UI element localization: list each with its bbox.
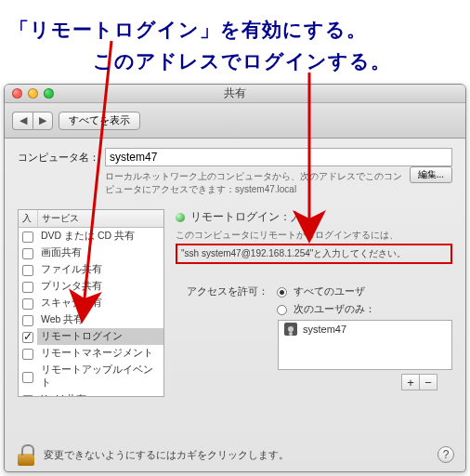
- status-dot-icon: [176, 213, 185, 222]
- annotation-enable: 「リモートログイン」を有効にする。: [9, 17, 367, 43]
- service-row[interactable]: Xgrid 共有: [19, 391, 163, 397]
- back-button[interactable]: ◀: [12, 112, 33, 130]
- service-row[interactable]: プリンタ共有: [19, 278, 163, 295]
- service-row[interactable]: 画面共有: [19, 245, 163, 261]
- service-label: リモートログイン: [37, 328, 163, 345]
- service-row[interactable]: リモートログイン: [19, 328, 163, 345]
- window-title: 共有: [5, 86, 465, 101]
- service-row[interactable]: Web 共有: [19, 311, 163, 328]
- prefs-window: 共有 ◀ ▶ すべてを表示 コンピュータ名： ローカルネットワーク上のコンピュー…: [4, 84, 466, 472]
- service-label: リモートマネージメント: [37, 345, 163, 362]
- user-icon: [284, 323, 297, 336]
- service-checkbox[interactable]: [22, 298, 33, 310]
- computer-name-label: コンピュータ名：: [18, 151, 99, 165]
- toolbar: ◀ ▶ すべてを表示: [5, 103, 465, 139]
- service-row[interactable]: ファイル共有: [19, 261, 163, 278]
- service-row[interactable]: DVD または CD 共有: [19, 228, 163, 245]
- radio-only-users[interactable]: [277, 305, 287, 315]
- status-title: リモートログイン：入: [190, 209, 302, 225]
- user-list[interactable]: system47: [278, 320, 452, 370]
- service-checkbox[interactable]: [22, 395, 33, 397]
- service-label: スキャナ共有: [37, 295, 163, 311]
- edit-button[interactable]: 編集...: [410, 166, 452, 183]
- radio-only-users-label: 次のユーザのみ：: [294, 303, 375, 314]
- computer-name-input[interactable]: [105, 148, 452, 166]
- service-list: 入 サービス DVD または CD 共有画面共有ファイル共有プリンタ共有スキャナ…: [18, 209, 164, 397]
- radio-all-users-label: すべてのユーザ: [294, 285, 365, 297]
- service-checkbox[interactable]: [22, 265, 33, 276]
- annotation-address: このアドレスでログインする。: [93, 48, 391, 74]
- user-name: system47: [303, 324, 346, 335]
- service-label: Xgrid 共有: [37, 391, 163, 397]
- service-label: リモートアップルイベント: [37, 362, 163, 391]
- ssh-command: "ssh system47@192.168.1.254"と入力してください。: [176, 244, 452, 264]
- forward-button[interactable]: ▶: [33, 112, 53, 130]
- titlebar: 共有: [5, 85, 465, 103]
- service-row[interactable]: リモートマネージメント: [19, 345, 163, 362]
- service-checkbox[interactable]: [22, 332, 33, 343]
- service-label: プリンタ共有: [37, 278, 163, 295]
- service-label: DVD または CD 共有: [37, 228, 163, 245]
- service-checkbox[interactable]: [22, 231, 33, 243]
- remove-user-button[interactable]: −: [419, 374, 437, 390]
- service-checkbox[interactable]: [22, 248, 33, 259]
- help-button[interactable]: ?: [437, 446, 454, 463]
- service-row[interactable]: リモートアップルイベント: [19, 362, 163, 391]
- service-checkbox[interactable]: [22, 372, 33, 383]
- list-item: system47: [279, 321, 451, 337]
- service-row[interactable]: スキャナ共有: [19, 295, 163, 311]
- show-all-button[interactable]: すべてを表示: [59, 112, 140, 130]
- add-user-button[interactable]: +: [401, 374, 420, 390]
- service-checkbox[interactable]: [22, 315, 33, 326]
- service-checkbox[interactable]: [22, 349, 33, 360]
- service-label: Web 共有: [37, 311, 163, 328]
- access-label: アクセスを許可：: [176, 284, 268, 298]
- service-label: 画面共有: [37, 245, 163, 261]
- service-label: ファイル共有: [37, 261, 163, 278]
- lock-label: 変更できないようにするにはカギをクリックします。: [44, 448, 289, 462]
- radio-all-users[interactable]: [277, 287, 287, 298]
- lock-icon[interactable]: [16, 443, 36, 466]
- status-help: このコンピュータにリモートからログインするには、: [176, 229, 452, 242]
- service-checkbox[interactable]: [22, 282, 33, 293]
- col-on: 入: [19, 210, 37, 228]
- col-service: サービス: [37, 210, 163, 228]
- computer-name-help: ローカルネットワーク上のコンピュータから、次のアドレスでこのコンピュータにアクセ…: [105, 170, 406, 196]
